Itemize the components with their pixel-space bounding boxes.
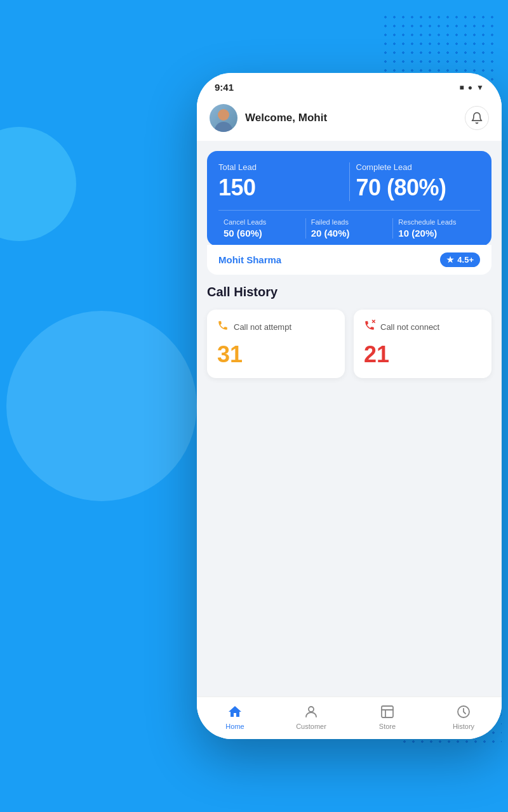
star-icon: ★ <box>446 255 454 265</box>
svg-rect-3 <box>382 706 393 717</box>
rating-badge: ★ 4.5+ <box>440 252 480 267</box>
phone-icon <box>217 320 229 331</box>
lead-card: Total Lead 150 Complete Lead 70 (80%) Ca… <box>207 151 491 246</box>
total-lead-value: 150 <box>218 174 343 201</box>
call-not-attempt-icon <box>217 320 229 334</box>
store-icon <box>379 704 396 720</box>
status-time: 9:41 <box>215 82 234 93</box>
profile-name: Mohit Sharma <box>218 254 281 265</box>
avatar-head <box>218 109 229 121</box>
failed-leads-value: 20 (40%) <box>311 228 388 239</box>
call-not-connect-card: Call not connect 21 <box>354 310 491 378</box>
cancel-leads-stat: Cancel Leads 50 (60%) <box>218 218 306 239</box>
svg-point-2 <box>309 707 314 712</box>
avatar <box>210 104 237 132</box>
avatar-body <box>215 122 232 132</box>
complete-lead-value: 70 (80%) <box>356 174 481 201</box>
status-icons: ■ ● ▼ <box>460 83 484 92</box>
reschedule-leads-value: 10 (20%) <box>398 228 475 239</box>
nav-label-history: History <box>453 723 474 730</box>
reschedule-leads-label: Reschedule Leads <box>398 218 475 226</box>
customer-icon <box>303 704 319 720</box>
nav-item-customer[interactable]: Customer <box>273 704 349 730</box>
home-icon-svg <box>227 704 243 719</box>
failed-leads-label: Failed leads <box>311 218 388 226</box>
nav-item-store[interactable]: Store <box>349 704 425 730</box>
nav-item-history[interactable]: History <box>425 704 502 730</box>
call-not-attempt-label: Call not attempt <box>234 322 291 332</box>
call-not-attempt-header: Call not attempt <box>217 320 335 334</box>
complete-lead-label: Complete Lead <box>356 162 481 172</box>
status-bar: 9:41 ■ ● ▼ <box>197 73 502 96</box>
wifi-icon: ● <box>468 83 472 92</box>
cancel-leads-value: 50 (60%) <box>224 228 300 239</box>
call-history-title: Call History <box>207 285 491 299</box>
call-not-connect-icon <box>364 320 375 334</box>
rating-value: 4.5+ <box>457 255 474 265</box>
lead-top: Total Lead 150 Complete Lead 70 (80%) <box>218 162 480 201</box>
lead-stats: Cancel Leads 50 (60%) Failed leads 20 (4… <box>218 210 480 246</box>
customer-icon-svg <box>304 704 319 719</box>
reschedule-leads-stat: Reschedule Leads 10 (20%) <box>393 218 480 239</box>
nav-label-customer: Customer <box>296 723 326 730</box>
nav-label-store: Store <box>379 723 396 730</box>
main-scroll: Total Lead 150 Complete Lead 70 (80%) Ca… <box>197 141 502 697</box>
header-left: Welcome, Mohit <box>210 104 327 132</box>
bg-decoration-top-left <box>6 311 197 501</box>
history-icon <box>455 704 472 720</box>
phone-frame: 9:41 ■ ● ▼ Welcome, Mohit <box>197 73 502 739</box>
nav-label-home: Home <box>225 723 244 730</box>
bell-icon <box>471 112 483 124</box>
failed-leads-stat: Failed leads 20 (40%) <box>306 218 394 239</box>
nav-item-home[interactable]: Home <box>197 704 273 730</box>
bottom-nav: Home Customer <box>197 697 502 739</box>
battery-icon: ▼ <box>476 83 484 92</box>
bell-button[interactable] <box>465 106 489 130</box>
welcome-text: Welcome, Mohit <box>245 112 327 124</box>
bg-decoration-curve-left <box>0 127 76 241</box>
total-lead-label: Total Lead <box>218 162 343 172</box>
avatar-person <box>215 109 232 132</box>
call-history-row: Call not attempt 31 C <box>207 310 491 378</box>
header: Welcome, Mohit <box>197 96 502 141</box>
cancel-leads-label: Cancel Leads <box>224 218 300 226</box>
complete-lead-col: Complete Lead 70 (80%) <box>356 162 481 201</box>
store-icon-svg <box>380 704 395 719</box>
phone-missed-icon <box>364 320 375 331</box>
call-not-attempt-value: 31 <box>217 341 335 368</box>
home-icon <box>227 704 243 720</box>
lead-card-wrapper: Total Lead 150 Complete Lead 70 (80%) Ca… <box>207 151 491 275</box>
signal-icon: ■ <box>460 83 464 92</box>
app-content: Welcome, Mohit Total Lead 150 <box>197 96 502 739</box>
total-lead-col: Total Lead 150 <box>218 162 343 201</box>
call-not-attempt-card: Call not attempt 31 <box>207 310 345 378</box>
call-history-section: Call History <box>207 285 491 299</box>
call-not-connect-value: 21 <box>364 341 481 368</box>
call-not-connect-header: Call not connect <box>364 320 481 334</box>
profile-row: Mohit Sharma ★ 4.5+ <box>207 245 491 275</box>
call-not-connect-label: Call not connect <box>380 322 439 332</box>
history-icon-svg <box>456 704 471 719</box>
lead-divider <box>349 162 350 201</box>
